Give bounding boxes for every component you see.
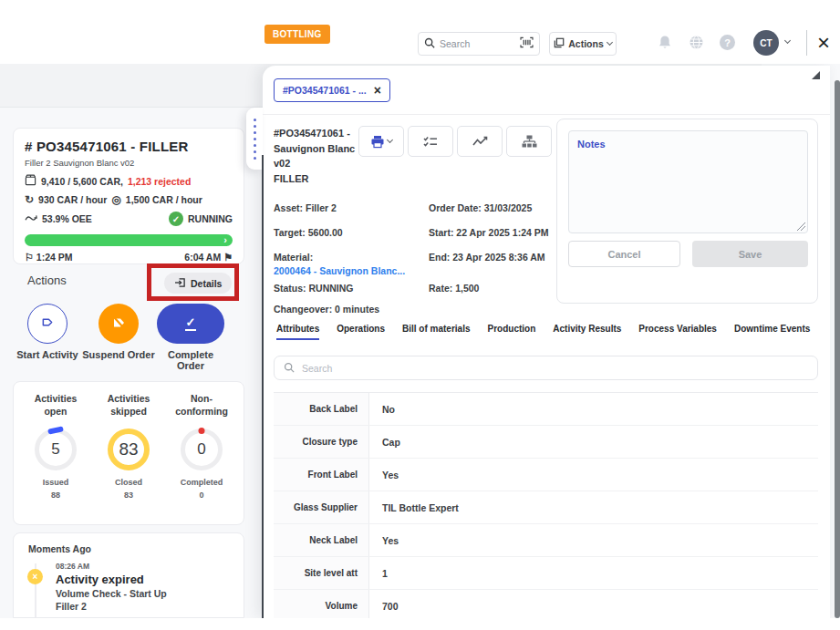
rate-refresh-icon: ↻ [25, 194, 34, 205]
attribute-row: Closure type Cap [274, 426, 818, 459]
search-icon [424, 36, 435, 52]
actions-menu-button[interactable]: Actions [549, 32, 617, 56]
event-line2: Filler 2 [56, 601, 233, 612]
event-line1: Volume Check - Start Up [56, 588, 233, 599]
notes-card: Notes Cancel Save [556, 119, 818, 304]
tab-downtime-events[interactable]: Downtime Events [734, 324, 810, 340]
asset-field: Asset: Filler 2 [274, 202, 337, 213]
activity-stats-card: Activitiesopen 5 Issued88 Activitiesskip… [13, 381, 244, 525]
tab-process-variables[interactable]: Process Variables [638, 324, 717, 340]
status-field: Status: RUNNING [274, 283, 354, 294]
hierarchy-button[interactable] [506, 126, 552, 157]
rate-field: Rate: 1,500 [429, 283, 479, 294]
panel-drag-handle[interactable] [246, 108, 263, 170]
avatar-chevron-icon[interactable] [784, 37, 791, 44]
timeline-card: Moments Ago × 08:26 AM Activity expired … [13, 532, 244, 618]
barcode-scan-icon[interactable] [520, 36, 534, 52]
attributes-search-input[interactable] [302, 363, 808, 374]
tab-attributes[interactable]: Attributes [276, 324, 319, 340]
global-search[interactable] [418, 32, 540, 56]
actions-label: Actions [568, 38, 604, 49]
order-subtitle: Filler 2 Sauvignon Blanc v02 [25, 158, 233, 168]
attribute-row: Glass Supplier TIL Bottle Expert [274, 491, 818, 524]
rate-target: 1,500 CAR / hour [126, 194, 202, 205]
rate-actual: 930 CAR / hour [38, 194, 107, 205]
start-time: ⚐ 1:24 PM [25, 252, 72, 263]
actions-section-title: Actions [27, 274, 67, 287]
order-summary-card: # PO345471061 - FILLER Filler 2 Sauvigno… [13, 128, 244, 264]
target-field: Target: 5600.00 [274, 227, 343, 238]
material-link[interactable]: 2000464 - Sauvignon Blanc... [274, 265, 405, 276]
trend-line-icon [472, 136, 488, 147]
panel-resize-grip[interactable] [812, 71, 820, 79]
tab-operations[interactable]: Operations [337, 324, 385, 340]
resize-handle-icon[interactable] [797, 222, 805, 231]
trend-chart-button[interactable] [457, 126, 503, 157]
stat-activities-skipped: Activitiesskipped 83 Closed83 [92, 393, 165, 524]
order-title: # PO345471061 - FILLER [25, 139, 233, 154]
notes-textarea[interactable]: Notes [568, 130, 808, 233]
detail-tabs: Attributes Operations Bill of materials … [276, 324, 810, 340]
progress-arrow-icon: › [223, 234, 227, 246]
oee-trend-icon [25, 213, 37, 225]
flag-outline-icon: ⚐ [25, 252, 34, 263]
chevron-down-icon [607, 39, 613, 46]
changeover-field: Changeover: 0 minutes [274, 304, 379, 315]
panel-order-title: #PO345471061 - Sauvignon Blanc v02 FILLE… [274, 126, 367, 186]
open-arc [47, 426, 64, 434]
attribute-row: Site level att 1 [274, 557, 818, 590]
avatar[interactable]: CT [753, 30, 779, 56]
timeline-title: Moments Ago [28, 543, 233, 554]
skipped-value: 83 [119, 439, 138, 460]
tab-production[interactable]: Production [488, 324, 536, 340]
tab-bill-of-materials[interactable]: Bill of materials [402, 324, 470, 340]
order-progress-bar: › [25, 234, 233, 246]
complete-order-icon: ✓ [185, 316, 197, 331]
start-activity-label: Start Activity [11, 349, 84, 360]
event-time: 08:26 AM [56, 562, 233, 571]
topbar-divider [806, 30, 807, 56]
help-icon[interactable]: ? [720, 35, 735, 50]
language-globe-icon[interactable] [689, 35, 704, 54]
scrollbar[interactable] [835, 80, 840, 618]
checklist-button[interactable] [408, 126, 453, 157]
cancel-button[interactable]: Cancel [568, 241, 680, 267]
save-button[interactable]: Save [692, 241, 808, 267]
hierarchy-icon [522, 135, 537, 148]
order-date-field: Order Date: 31/03/2025 [429, 202, 532, 213]
material-field: Material: [274, 252, 313, 263]
suspend-order-button[interactable] [99, 304, 139, 344]
attributes-table: Back Label No Closure type Cap Front Lab… [274, 392, 818, 623]
tab-activity-results[interactable]: Activity Results [553, 324, 621, 340]
print-chevron-icon [387, 137, 393, 143]
close-icon[interactable]: × [817, 30, 830, 56]
end-field: End: 23 Apr 2025 8:36 AM [429, 252, 545, 263]
global-search-input[interactable] [440, 38, 515, 49]
print-button[interactable] [358, 126, 404, 157]
complete-order-button[interactable]: ✓ [157, 304, 224, 344]
attributes-search[interactable] [274, 356, 818, 380]
complete-order-label: Complete Order [154, 349, 227, 371]
checklist-icon [423, 136, 438, 148]
expired-x-icon: × [27, 569, 43, 584]
suspend-order-label: Suspend Order [82, 349, 155, 360]
flag-filled-icon: ⚑ [223, 252, 233, 263]
panel-divider [263, 114, 830, 115]
production-count: 9,410 / 5,600 CAR, [41, 176, 123, 187]
order-tab-chip[interactable]: #PO345471061 - ... × [274, 78, 390, 102]
start-field: Start: 22 Apr 2025 1:24 PM [429, 227, 549, 238]
end-time: 6:04 AM ⚑ [184, 252, 233, 263]
start-activity-icon [41, 316, 54, 331]
nc-value: 0 [197, 440, 205, 459]
chip-close-icon[interactable]: × [374, 84, 381, 97]
rejected-count: 1,213 rejected [128, 176, 191, 187]
stat-non-conforming: Non-conforming 0 Completed0 [165, 393, 238, 524]
notifications-icon[interactable] [658, 35, 672, 54]
order-details-panel: #PO345471061 - ... × #PO345471061 - Sauv… [263, 66, 830, 618]
start-activity-button[interactable] [27, 304, 67, 344]
status-badge: RUNNING [188, 213, 233, 224]
skipped-donut: 83 [108, 429, 150, 470]
search-icon [284, 360, 295, 377]
status-check-icon: ✓ [169, 212, 183, 226]
panel-resize-edge[interactable] [262, 155, 264, 618]
